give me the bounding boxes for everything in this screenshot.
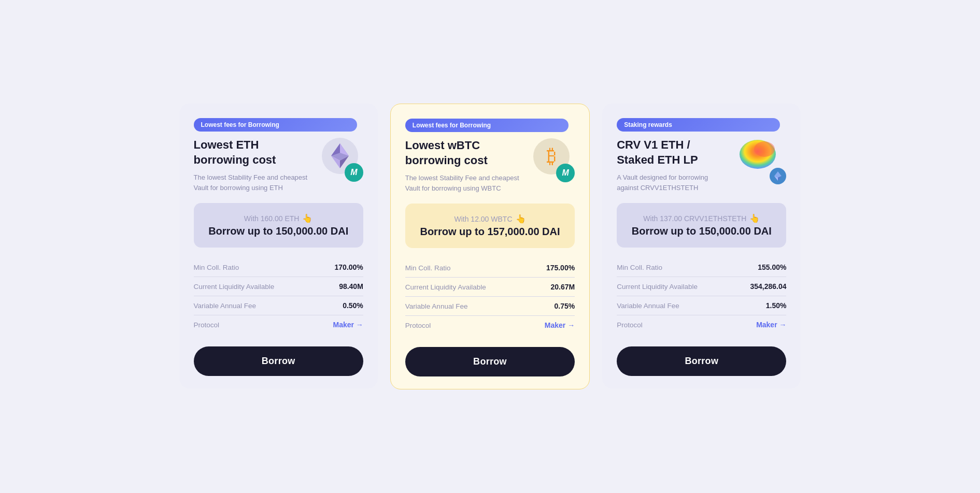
- crv-eth-small-icon: [774, 171, 782, 181]
- card-header: CRV V1 ETH / Staked ETH LP A Vault desig…: [617, 138, 786, 193]
- stat-item: Current Liquidity Available 354,286.04: [617, 277, 786, 296]
- stat-value: 354,286.04: [750, 282, 786, 291]
- card-header: Lowest wBTC borrowing cost The lowest St…: [405, 138, 575, 193]
- stat-value: 20.67M: [550, 283, 575, 291]
- borrow-button[interactable]: Borrow: [194, 346, 363, 376]
- crv-icon-area: [729, 138, 786, 184]
- borrow-box: With 12.00 WBTC 👆 Borrow up to 157,000.0…: [405, 204, 575, 248]
- borrow-box: With 137.00 CRVV1ETHSTETH 👆 Borrow up to…: [617, 203, 786, 248]
- stat-value: 1.50%: [766, 301, 787, 310]
- stat-protocol-link[interactable]: Maker →: [756, 321, 786, 329]
- stat-item: Protocol Maker →: [194, 315, 363, 334]
- stat-item: Protocol Maker →: [405, 316, 575, 335]
- borrow-with-text: With 12.00 WBTC 👆: [416, 214, 564, 224]
- stat-protocol-link[interactable]: Maker →: [545, 321, 575, 329]
- borrow-with-text: With 137.00 CRVV1ETHSTETH 👆: [627, 213, 776, 223]
- borrow-box: With 160.00 ETH 👆 Borrow up to 150,000.0…: [194, 203, 363, 248]
- stat-item: Protocol Maker →: [617, 315, 786, 334]
- borrow-button[interactable]: Borrow: [617, 346, 786, 376]
- stat-item: Min Coll. Ratio 170.00%: [194, 258, 363, 277]
- stat-item: Min Coll. Ratio 175.00%: [405, 258, 575, 278]
- borrow-amount: Borrow up to 150,000.00 DAI: [627, 225, 776, 237]
- stat-label: Variable Annual Fee: [617, 302, 679, 310]
- card-title-text-area: Lowest ETH borrowing cost The lowest Sta…: [194, 138, 317, 193]
- stat-value: 0.75%: [554, 302, 575, 310]
- cursor-icon: 👆: [516, 214, 526, 224]
- card-description: The lowest Stability Fee and cheapest Va…: [194, 172, 310, 193]
- eth-icon-area: M: [317, 138, 363, 182]
- card-badge: Lowest fees for Borrowing: [194, 118, 357, 132]
- borrow-amount: Borrow up to 157,000.00 DAI: [416, 226, 564, 238]
- cursor-icon: 👆: [749, 213, 760, 223]
- btc-symbol-icon: ₿: [547, 145, 557, 167]
- eth-diamond-icon: [330, 142, 350, 169]
- card-description: A Vault designed for borrowing against C…: [617, 172, 723, 193]
- borrow-button[interactable]: Borrow: [405, 347, 575, 376]
- stats-list: Min Coll. Ratio 155.00% Current Liquidit…: [617, 258, 786, 334]
- card-title-text-area: Lowest wBTC borrowing cost The lowest St…: [405, 138, 528, 193]
- stat-label: Variable Annual Fee: [405, 302, 468, 310]
- wbtc-card: Lowest fees for Borrowing Lowest wBTC bo…: [390, 104, 590, 389]
- card-title-area: Lowest fees for Borrowing: [194, 118, 363, 132]
- svg-point-6: [754, 141, 775, 157]
- card-title-text-area: CRV V1 ETH / Staked ETH LP A Vault desig…: [617, 138, 729, 193]
- stat-label: Min Coll. Ratio: [405, 264, 451, 272]
- card-badge: Lowest fees for Borrowing: [405, 119, 569, 132]
- maker-icon-btc: M: [556, 164, 575, 182]
- stat-label: Variable Annual Fee: [194, 302, 257, 310]
- crv-card: Staking rewards CRV V1 ETH / Staked ETH …: [602, 104, 801, 388]
- stat-item: Min Coll. Ratio 155.00%: [617, 258, 786, 277]
- cursor-icon: 👆: [302, 213, 313, 223]
- stats-list: Min Coll. Ratio 170.00% Current Liquidit…: [194, 258, 363, 334]
- stat-protocol-link[interactable]: Maker →: [333, 321, 363, 329]
- stat-label: Protocol: [194, 321, 220, 329]
- card-header: Lowest ETH borrowing cost The lowest Sta…: [194, 138, 363, 193]
- stat-label: Protocol: [617, 321, 643, 329]
- stat-label: Min Coll. Ratio: [194, 264, 239, 271]
- borrow-with-text: With 160.00 ETH 👆: [204, 213, 353, 223]
- card-header-top: Lowest fees for Borrowing: [194, 118, 363, 132]
- card-header-top: Staking rewards: [617, 118, 786, 132]
- card-title: Lowest ETH borrowing cost: [194, 138, 310, 167]
- stat-value: 0.50%: [343, 301, 363, 310]
- stat-label: Min Coll. Ratio: [617, 264, 662, 271]
- stat-label: Current Liquidity Available: [405, 283, 486, 291]
- stat-value: 98.40M: [339, 282, 363, 291]
- stat-item: Current Liquidity Available 98.40M: [194, 277, 363, 296]
- stat-value: 155.00%: [758, 263, 786, 271]
- card-title-area: Lowest fees for Borrowing: [405, 119, 575, 132]
- stat-value: 175.00%: [546, 264, 575, 272]
- stat-label: Current Liquidity Available: [194, 283, 275, 291]
- stat-label: Current Liquidity Available: [617, 283, 698, 291]
- stat-item: Variable Annual Fee 1.50%: [617, 296, 786, 315]
- maker-m-letter-btc: M: [562, 168, 569, 178]
- stat-label: Protocol: [405, 322, 431, 329]
- card-title-area: Staking rewards: [617, 118, 786, 132]
- card-title: CRV V1 ETH / Staked ETH LP: [617, 138, 723, 167]
- stats-list: Min Coll. Ratio 175.00% Current Liquidit…: [405, 258, 575, 335]
- btc-icon-area: ₿ M: [528, 138, 575, 182]
- cards-container: Lowest fees for Borrowing Lowest ETH bor…: [179, 104, 801, 389]
- card-header-top: Lowest fees for Borrowing: [405, 119, 575, 132]
- card-badge: Staking rewards: [617, 118, 780, 132]
- card-title: Lowest wBTC borrowing cost: [405, 138, 522, 168]
- borrow-amount: Borrow up to 150,000.00 DAI: [204, 225, 353, 237]
- crv-eth-icon: [770, 168, 786, 184]
- maker-icon: M: [345, 163, 363, 182]
- stat-item: Variable Annual Fee 0.75%: [405, 297, 575, 316]
- stat-item: Variable Annual Fee 0.50%: [194, 296, 363, 315]
- stat-value: 170.00%: [335, 263, 363, 271]
- card-description: The lowest Stability Fee and cheapest Va…: [405, 173, 522, 193]
- eth-card: Lowest fees for Borrowing Lowest ETH bor…: [179, 104, 378, 388]
- stat-item: Current Liquidity Available 20.67M: [405, 278, 575, 297]
- maker-m-letter: M: [350, 168, 357, 177]
